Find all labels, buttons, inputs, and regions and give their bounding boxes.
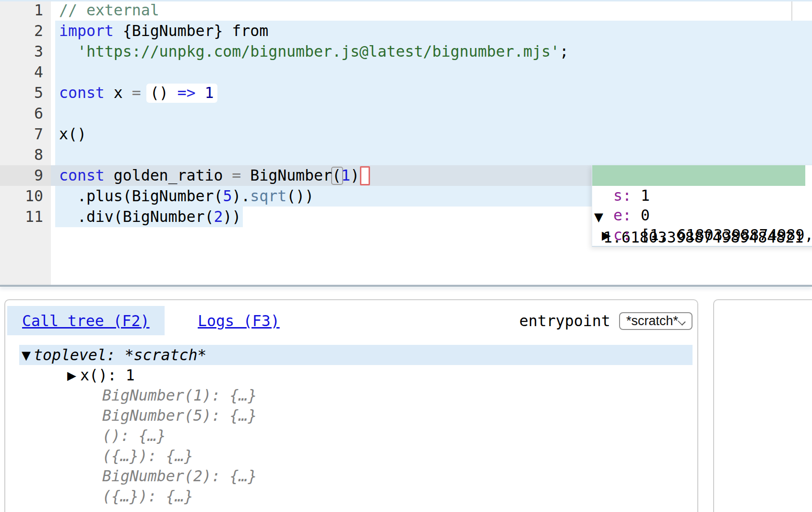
call-tree-node-label: ({…}): {…} [102, 486, 193, 506]
inspector-property-row[interactable]: ▶c:[1, 61803398874989, 4848204586 [592, 225, 812, 245]
collapse-triangle-icon[interactable]: ▼ [22, 345, 31, 365]
code-token[interactable]: = [132, 84, 141, 101]
code-token[interactable]: ()) [287, 187, 314, 205]
code-token[interactable]: () [141, 84, 178, 101]
code-token[interactable]: 'https://unpkg.com/bignumber.js@latest/b… [77, 43, 560, 60]
gutter-line-number: 7 [0, 124, 43, 145]
gutter-line-number: 8 [0, 145, 43, 165]
entrypoint-select[interactable]: *scratch* [619, 312, 693, 330]
code-token[interactable]: => [178, 84, 196, 101]
code-line-7[interactable]: x() [59, 124, 86, 145]
code-line-2[interactable]: import {BigNumber} from [59, 21, 268, 41]
property-value: 0 [641, 206, 650, 225]
value-inspector: ▼ 1.61803398874989484821 s:1e:0▶c:[1, 61… [592, 165, 812, 247]
code-token[interactable]: = [232, 167, 241, 184]
code-token[interactable]: import [59, 22, 114, 39]
gutter-line-number: 6 [0, 103, 43, 124]
code-token[interactable]: // external [59, 1, 159, 19]
call-tree-node-label: BigNumber(1): {…} [102, 385, 257, 405]
gutter-line-number: 10 [0, 186, 43, 207]
call-tree-node-label: x(): 1 [80, 365, 135, 385]
code-token[interactable]: 5 [223, 187, 232, 205]
code-token[interactable]: x [105, 84, 132, 101]
code-token[interactable] [59, 43, 77, 60]
editor-bottom-border [0, 285, 812, 287]
call-tree-node-label: toplevel: *scratch* [34, 345, 206, 365]
cursor [360, 166, 370, 185]
call-tree-node-label: (): {…} [102, 426, 166, 446]
gutter-line-number: 3 [0, 41, 43, 62]
tab-call-tree[interactable]: Call tree (F2) [7, 306, 165, 335]
gutter-line-number: 11 [0, 207, 43, 227]
expand-triangle-icon[interactable]: ▶ [67, 365, 76, 385]
gutter-line-number: 4 [0, 62, 43, 83]
code-token[interactable]: x() [59, 125, 86, 143]
code-token[interactable]: .div(BigNumber( [59, 208, 214, 225]
code-token[interactable]: sqrt [250, 187, 287, 205]
side-panel [713, 299, 812, 512]
code-token[interactable]: golden_ratio [105, 167, 232, 184]
code-token[interactable] [196, 84, 205, 101]
inspector-property-row: e:0 [592, 206, 812, 225]
inspector-property-row: s:1 [592, 186, 812, 206]
code-token[interactable]: 1 [204, 84, 214, 101]
code-token[interactable]: .plus(BigNumber( [59, 187, 223, 205]
call-tree-node-label: BigNumber(2): {…} [102, 466, 257, 486]
tab-logs[interactable]: Logs (F3) [183, 306, 295, 335]
entrypoint-label: entrypoint [519, 306, 610, 335]
entrypoint-select-value: *scratch* [626, 314, 678, 329]
code-line-10[interactable]: .plus(BigNumber(5).sqrt()) [59, 186, 314, 207]
gutter-line-number: 9 [0, 165, 43, 186]
code-token[interactable]: 2 [214, 208, 223, 225]
property-value: [1, 61803398874989, 4848204586 [641, 225, 812, 245]
code-token[interactable]: )) [223, 208, 241, 225]
property-key: s: [613, 186, 632, 206]
inspector-value-highlight [592, 165, 805, 186]
property-key: c: [613, 225, 632, 245]
code-token[interactable]: 1 [341, 167, 350, 184]
code-token[interactable]: ). [232, 187, 250, 205]
call-tree-node-label: BigNumber(5): {…} [102, 405, 257, 426]
inspector-value-row[interactable]: ▼ 1.61803398874989484821 [592, 165, 812, 186]
code-token[interactable]: ; [560, 43, 569, 60]
code-line-3[interactable]: 'https://unpkg.com/bignumber.js@latest/b… [59, 41, 569, 62]
code-token[interactable]: ) [350, 167, 359, 184]
code-token[interactable]: const [59, 84, 105, 101]
gutter-line-number: 1 [0, 0, 43, 21]
code-line-11[interactable]: .div(BigNumber(2)) [59, 207, 241, 227]
code-token[interactable]: BigNumber( [241, 167, 341, 184]
code-line-9[interactable]: const golden_ratio = BigNumber(1) [59, 165, 359, 186]
code-token[interactable]: const [59, 167, 105, 184]
code-token[interactable]: {BigNumber} from [114, 22, 268, 39]
gutter-line-number: 5 [0, 83, 43, 103]
code-line-1[interactable]: // external [59, 0, 159, 21]
property-key: e: [613, 206, 632, 225]
property-value: 1 [641, 186, 650, 206]
chevron-down-icon [678, 317, 686, 326]
editor-scrollbar-divider [791, 1, 792, 21]
code-line-5[interactable]: const x = () => 1 [59, 83, 214, 103]
gutter-line-number: 2 [0, 21, 43, 41]
call-tree-node-label: ({…}): {…} [102, 446, 193, 466]
expand-triangle-icon[interactable]: ▶ [602, 225, 611, 245]
